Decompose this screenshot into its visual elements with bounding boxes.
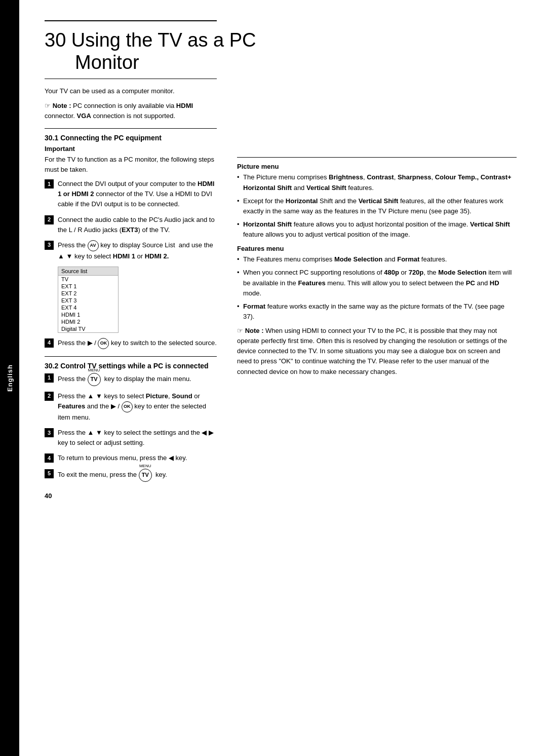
step-num-1: 1	[45, 179, 54, 188]
steps-30-2: 1 Press the MENU TV key to display the m…	[45, 373, 217, 482]
page-number: 40	[45, 492, 217, 500]
menu-tv-key-1-wrapper: MENU TV	[88, 373, 101, 386]
tv-key-1: TV	[88, 373, 101, 386]
steps-30-1-cont: 4 Press the ▶ / OK key to switch to the …	[45, 338, 217, 349]
features-bullet-2: When you connect PC supporting resolutio…	[237, 268, 517, 298]
section-30-2-title: 30.2 Control TV settings while a PC is c…	[45, 362, 217, 370]
source-list-ext1: EXT 1	[58, 283, 118, 290]
step-num-2-2: 2	[45, 392, 54, 401]
note-symbol: ☞	[45, 102, 51, 109]
step-text-2: Connect the audio cable to the PC's Audi…	[58, 215, 217, 235]
title-rule	[45, 79, 217, 79]
step-text-4: Press the ▶ / OK key to switch to the se…	[58, 338, 217, 349]
step-text-2-3: Press the ▲ ▼ key to select the settings…	[58, 428, 217, 448]
step-text-2-4: To return to previous menu, press the ◀ …	[58, 453, 217, 463]
right-col-note: ☞ Note : When using HDMI to connect your…	[237, 326, 517, 377]
step-4: 4 Press the ▶ / OK key to switch to the …	[45, 338, 217, 349]
features-bullet-3: Format feature works exactly in the same…	[237, 301, 517, 322]
step-1: 1 Connect the DVI output of your compute…	[45, 179, 217, 209]
note-text: Note : PC connection is only available v…	[45, 102, 193, 120]
step-num-2-4: 4	[45, 453, 54, 463]
menu-tv-key-2-wrapper: MENU TV	[139, 469, 152, 482]
chapter-number: 30	[45, 29, 66, 51]
features-bullet-1: The Features menu comprises Mode Selecti…	[237, 254, 517, 264]
steps-30-1: 1 Connect the DVI output of your compute…	[45, 179, 217, 261]
step-2-4: 4 To return to previous menu, press the …	[45, 453, 217, 463]
picture-bullet-2: Except for the Horizontal Shift and the …	[237, 196, 517, 216]
note-symbol-right: ☞	[237, 327, 243, 334]
title-line1: Using the TV as a PC	[71, 29, 256, 51]
section-rule-2	[45, 356, 217, 357]
intro-text: Your TV can be used as a computer monito…	[45, 86, 217, 96]
features-menu-bullets: The Features menu comprises Mode Selecti…	[237, 254, 517, 322]
step-2-1: 1 Press the MENU TV key to display the m…	[45, 373, 217, 386]
right-col-spacer	[237, 86, 517, 157]
top-rule	[45, 20, 217, 21]
source-list-ext4: EXT 4	[58, 304, 118, 311]
main-content: 30 Using the TV as a PC Monitor Your TV …	[19, 0, 547, 756]
title-line2: Monitor	[75, 52, 139, 73]
step-num-2-5: 5	[45, 469, 54, 478]
av-key: AV	[88, 240, 99, 251]
ok-key-2: OK	[122, 401, 133, 412]
step-2-3: 3 Press the ▲ ▼ key to select the settin…	[45, 428, 217, 448]
step-num-2-3: 3	[45, 428, 54, 437]
picture-menu-title: Picture menu	[237, 163, 517, 170]
source-list-ext3: EXT 3	[58, 297, 118, 304]
two-col-layout: Your TV can be used as a computer monito…	[45, 86, 517, 499]
features-menu-title: Features menu	[237, 245, 517, 252]
step-text-2-1: Press the MENU TV key to display the mai…	[58, 373, 217, 386]
source-list-tv: TV	[58, 276, 118, 283]
important-label: Important	[45, 145, 217, 153]
step-num-2: 2	[45, 215, 54, 224]
left-column: Your TV can be used as a computer monito…	[45, 86, 217, 499]
right-col-rule-1	[237, 157, 517, 158]
step-text-1: Connect the DVI output of your computer …	[58, 179, 217, 209]
picture-bullet-1: The Picture menu comprises Brightness, C…	[237, 172, 517, 193]
step-text-2-2: Press the ▲ ▼ keys to select Picture, So…	[58, 391, 217, 423]
page: English 30 Using the TV as a PC Monitor …	[0, 0, 547, 756]
picture-menu-bullets: The Picture menu comprises Brightness, C…	[237, 172, 517, 240]
ok-key-1: OK	[98, 338, 109, 349]
sidebar-label: English	[6, 364, 14, 392]
step-num-4: 4	[45, 338, 54, 348]
page-title: 30 Using the TV as a PC Monitor	[45, 29, 517, 73]
important-text: For the TV to function as a PC monitor, …	[45, 155, 217, 175]
step-2-2: 2 Press the ▲ ▼ keys to select Picture, …	[45, 391, 217, 423]
intro-note: ☞ Note : PC connection is only available…	[45, 101, 217, 121]
source-list-ext2: EXT 2	[58, 290, 118, 297]
section-30-1-title: 30.1 Connecting the PC equipment	[45, 134, 217, 142]
right-column: Picture menu The Picture menu comprises …	[237, 86, 517, 499]
source-list-box: Source list TV EXT 1 EXT 2 EXT 3 EXT 4 H…	[58, 267, 119, 333]
step-text-2-5: To exit the menu, press the MENU TV key.	[58, 469, 217, 482]
tv-key-2: TV	[139, 469, 152, 482]
source-list-header: Source list	[58, 267, 118, 276]
picture-bullet-3: Horizontal Shift feature allows you to a…	[237, 219, 517, 240]
source-list-hdmi1: HDMI 1	[58, 311, 118, 318]
step-text-3: Press the AV key to display Source List …	[58, 240, 217, 261]
step-2-5: 5 To exit the menu, press the MENU TV ke…	[45, 469, 217, 482]
step-2: 2 Connect the audio cable to the PC's Au…	[45, 215, 217, 235]
step-num-2-1: 1	[45, 373, 54, 383]
step-3: 3 Press the AV key to display Source Lis…	[45, 240, 217, 261]
step-num-3: 3	[45, 241, 54, 250]
source-list-hdmi2: HDMI 2	[58, 318, 118, 325]
source-list-dtv: Digital TV	[58, 325, 118, 332]
sidebar: English	[0, 0, 19, 756]
section-rule-1	[45, 128, 217, 129]
